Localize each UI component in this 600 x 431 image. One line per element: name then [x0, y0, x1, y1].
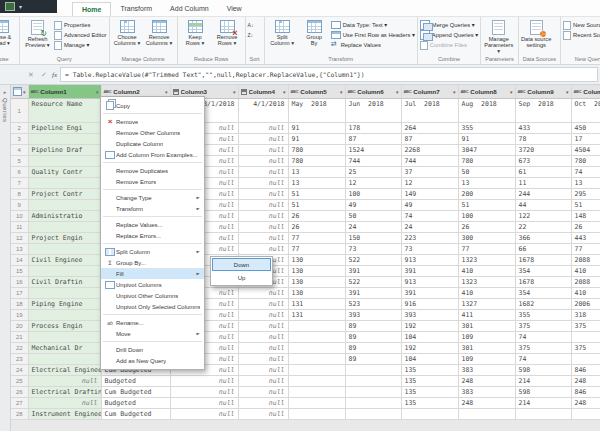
cell: 4504	[571, 145, 600, 156]
new-source-button[interactable]: New Source	[563, 21, 600, 29]
data-source-button[interactable]: Data source settings	[521, 18, 552, 55]
column-header-column10[interactable]: ABCColumn10▾	[571, 85, 600, 99]
cell: 300	[458, 233, 515, 244]
menu-item-unpivot-other-columns[interactable]: Unpivot Other Columns	[101, 290, 204, 301]
recent-sources-button[interactable]: Recent Sources	[563, 31, 600, 39]
column-header-column6[interactable]: ABCColumn6▾	[345, 85, 401, 99]
menu-item-remove-errors[interactable]: Remove Errors	[101, 176, 204, 187]
append-queries--button[interactable]: Append Queries ▾	[420, 31, 478, 39]
check-icon[interactable]: ✓	[39, 71, 49, 79]
replace-values-button[interactable]: Replace Values	[331, 41, 415, 49]
column-header-column7[interactable]: ABCColumn7▾	[401, 85, 458, 99]
cell: 391	[345, 266, 401, 277]
filter-dropdown-icon[interactable]: ▾	[510, 89, 513, 95]
split-button[interactable]: Split Column ▾	[267, 18, 298, 55]
menu-item-unpivot-columns[interactable]: Unpivot Columns	[101, 279, 204, 290]
cell: 248	[571, 398, 600, 409]
menu-item-remove-duplicates[interactable]: Remove Duplicates	[101, 165, 204, 176]
cell: 51	[288, 200, 345, 211]
filter-dropdown-icon[interactable]: ▾	[283, 89, 286, 95]
tab-transform[interactable]: Transform	[111, 2, 161, 16]
tab-add-column[interactable]: Add Column	[161, 2, 218, 16]
cell: 51	[288, 189, 345, 200]
menu-item-remove[interactable]: ×Remove	[101, 116, 204, 127]
manage-button[interactable]: Manage Parameters ▾	[483, 18, 514, 55]
cell: Sep 2018	[515, 99, 571, 123]
sort-descending-button[interactable]: Z↓	[248, 31, 254, 39]
filter-dropdown-icon[interactable]: ▾	[96, 89, 99, 95]
filter-dropdown-icon[interactable]: ▾	[566, 89, 569, 95]
select-all-corner-cell[interactable]: ▾	[11, 85, 28, 99]
column-header-column8[interactable]: ABCColumn8▾	[458, 85, 515, 99]
menu-item-replace-values[interactable]: Replace Values...	[101, 219, 204, 230]
sort-ascending-button[interactable]: A↓	[248, 21, 254, 29]
menu-item-drill-down[interactable]: Drill Down	[101, 344, 204, 355]
menu-item-add-as-new-query[interactable]: Add as New Query	[101, 355, 204, 366]
keep-button[interactable]: Keep Rows ▾	[180, 18, 211, 55]
menu-item-unpivot-only-selected-columns[interactable]: Unpivot Only Selected Columns	[101, 301, 204, 312]
column-header-column1[interactable]: ABCColumn1▾	[28, 85, 101, 99]
menu-item-copy[interactable]: Copy	[101, 100, 204, 111]
menu-item-replace-errors[interactable]: Replace Errors...	[101, 230, 204, 241]
filter-dropdown-icon[interactable]: ▾	[340, 89, 343, 95]
cell: Project Engin	[28, 233, 101, 244]
column-header-column5[interactable]: ABCColumn5▾	[288, 85, 345, 99]
menu-item-rename[interactable]: abRename...	[101, 317, 204, 328]
cell: 354	[515, 288, 571, 299]
cell: 26	[288, 211, 345, 222]
tab-home[interactable]: Home	[72, 2, 111, 16]
filter-dropdown-icon[interactable]: ▾	[453, 89, 456, 95]
menu-item-add-column-from-examples[interactable]: Add Column From Examples...	[101, 149, 204, 160]
cell: Jul 2018	[401, 99, 458, 123]
tab-view[interactable]: View	[218, 2, 251, 16]
menu-item-duplicate-column[interactable]: Duplicate Column	[101, 138, 204, 149]
cell: 846	[571, 365, 600, 376]
filter-dropdown-icon[interactable]: ▾	[233, 89, 236, 95]
menu-item-transform[interactable]: Transform►	[101, 203, 204, 214]
merge-queries--button[interactable]: Merge Queries ▾	[420, 21, 478, 29]
refresh-button[interactable]: Refresh Preview ▾	[22, 18, 53, 55]
properties-button[interactable]: Properties	[54, 21, 107, 29]
menu-item-move[interactable]: Move►	[101, 328, 204, 339]
fill-submenu: DownUp	[210, 256, 273, 286]
cell: 87	[401, 134, 458, 145]
cell: 744	[345, 156, 401, 167]
group-by-icon	[307, 20, 322, 33]
close--button[interactable]: Close & Load ▾	[0, 18, 17, 55]
cell: 522	[345, 255, 401, 266]
filter-dropdown-icon[interactable]: ▾	[165, 89, 168, 95]
column-header-column4[interactable]: Column4▾	[238, 85, 288, 99]
expand-pane-icon[interactable]: ▸	[4, 89, 7, 95]
menu-item-group-by[interactable]: ΣGroup By...	[101, 257, 204, 268]
use-first-row-as-headers--button[interactable]: Use First Row as Headers ▾	[331, 31, 415, 39]
cell: Electrical Engineer…	[28, 365, 101, 376]
cancel-icon[interactable]: ✕	[26, 71, 36, 79]
cell: 135	[401, 387, 458, 398]
manage--button[interactable]: Manage ▾	[54, 41, 107, 49]
filter-dropdown-icon[interactable]: ▾	[396, 89, 399, 95]
submenu-item-down[interactable]: Down	[212, 258, 271, 271]
menu-item-remove-other-columns[interactable]: Remove Other Columns	[101, 127, 204, 138]
cell: Civil Draftin	[28, 277, 101, 288]
table-menu-dropdown-icon[interactable]: ▾	[23, 89, 26, 95]
submenu-item-up[interactable]: Up	[212, 271, 271, 284]
queries-pane-collapsed[interactable]: ▸ Queries	[0, 85, 11, 431]
cell: 66	[515, 244, 571, 255]
cell: null	[28, 376, 101, 387]
fx-icon[interactable]: fx	[52, 71, 57, 79]
column-name: Column1	[40, 88, 66, 95]
quick-access-dropdown-icon[interactable]: ▾	[19, 3, 22, 10]
group-button[interactable]: Group By	[299, 18, 330, 55]
menu-item-change-type[interactable]: Change Type►	[101, 192, 204, 203]
choose-button[interactable]: Choose Columns ▾	[112, 18, 143, 55]
remove-button[interactable]: Remove Columns ▾	[144, 18, 175, 55]
submenu-arrow-icon: ►	[197, 195, 200, 200]
remove-button[interactable]: Remove Rows ▾	[212, 18, 243, 55]
rename-icon: ab	[107, 320, 113, 326]
menu-item-fill[interactable]: Fill►	[101, 268, 204, 279]
menu-item-split-column[interactable]: Split Column►	[101, 246, 204, 257]
formula-input[interactable]: = Table.ReplaceValue(#"Trimmed Text","",…	[60, 67, 598, 82]
advanced-editor-button[interactable]: Advanced Editor	[54, 31, 107, 39]
column-header-column9[interactable]: ABCColumn9▾	[515, 85, 571, 99]
data-type-text--button[interactable]: Data Type: Text ▾	[331, 21, 415, 29]
